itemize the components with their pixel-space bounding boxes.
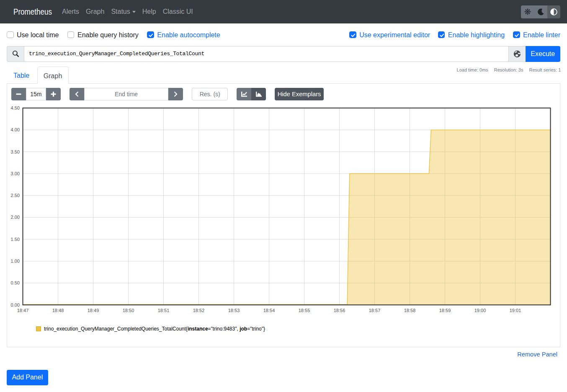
svg-text:3.50: 3.50 bbox=[11, 149, 20, 154]
svg-text:19:01: 19:01 bbox=[510, 307, 521, 313]
svg-text:18:58: 18:58 bbox=[404, 307, 416, 313]
svg-text:0.00: 0.00 bbox=[11, 302, 20, 307]
svg-text:18:52: 18:52 bbox=[193, 307, 205, 313]
svg-text:4.00: 4.00 bbox=[11, 127, 20, 132]
svg-text:18:59: 18:59 bbox=[439, 307, 451, 313]
svg-text:18:49: 18:49 bbox=[88, 307, 99, 313]
svg-text:4.50: 4.50 bbox=[11, 105, 20, 110]
svg-text:18:57: 18:57 bbox=[369, 307, 381, 313]
svg-text:2.00: 2.00 bbox=[11, 215, 20, 220]
svg-text:1.50: 1.50 bbox=[11, 237, 20, 242]
svg-text:18:56: 18:56 bbox=[334, 307, 345, 313]
svg-text:1.00: 1.00 bbox=[11, 259, 20, 264]
svg-text:19:00: 19:00 bbox=[474, 307, 486, 313]
svg-text:18:50: 18:50 bbox=[123, 307, 134, 313]
svg-text:18:48: 18:48 bbox=[52, 307, 64, 313]
svg-text:3.00: 3.00 bbox=[11, 171, 20, 176]
svg-text:18:55: 18:55 bbox=[299, 307, 310, 313]
svg-text:18:53: 18:53 bbox=[228, 307, 240, 313]
svg-text:0.50: 0.50 bbox=[11, 280, 20, 285]
svg-text:18:54: 18:54 bbox=[263, 307, 275, 313]
svg-text:18:47: 18:47 bbox=[17, 307, 29, 313]
svg-text:18:51: 18:51 bbox=[158, 307, 170, 313]
svg-text:2.50: 2.50 bbox=[11, 193, 20, 198]
